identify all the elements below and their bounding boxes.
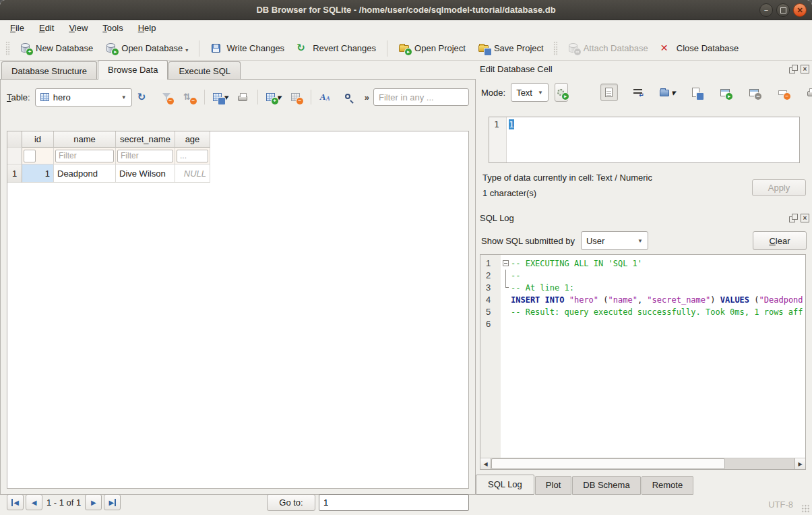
word-wrap-button[interactable] bbox=[629, 84, 647, 101]
tab-database-structure[interactable]: Database Structure bbox=[1, 61, 97, 80]
refresh-icon bbox=[137, 92, 150, 103]
set-null-button[interactable] bbox=[774, 84, 792, 101]
log-code: -- Result: query executed successfully. … bbox=[511, 306, 803, 318]
open-database-label: Open Database bbox=[121, 43, 183, 53]
apply-mode-button[interactable] bbox=[555, 83, 568, 102]
edit-display-format-button[interactable] bbox=[317, 88, 335, 106]
toolbar-grip[interactable] bbox=[5, 41, 10, 56]
column-header-id[interactable]: id bbox=[22, 131, 54, 148]
log-code: -- bbox=[511, 270, 520, 282]
dock-tab-remote[interactable]: Remote bbox=[642, 476, 694, 495]
table-select[interactable]: hero ▼ bbox=[35, 88, 132, 107]
dock-tab-plot[interactable]: Plot bbox=[535, 476, 571, 495]
find-in-table-button[interactable] bbox=[340, 88, 358, 106]
filter-input-secret_name[interactable] bbox=[117, 150, 173, 162]
log-code: -- EXECUTING ALL IN 'SQL 1' bbox=[511, 258, 642, 270]
edit-cell-dock-header: Edit Database Cell bbox=[480, 62, 809, 75]
write-changes-button[interactable]: Write Changes bbox=[204, 39, 290, 57]
menu-help[interactable]: Help bbox=[131, 20, 164, 36]
close-database-button[interactable]: Close Database bbox=[654, 39, 745, 57]
scrollbar-thumb[interactable] bbox=[491, 458, 725, 469]
tab-browse-data[interactable]: Browse Data bbox=[98, 60, 168, 80]
menu-tools[interactable]: Tools bbox=[95, 20, 130, 36]
dock-tab-sql-log[interactable]: SQL Log bbox=[476, 475, 534, 495]
log-line: 4INSERT INTO "hero" ("name", "secret_nam… bbox=[480, 294, 805, 306]
undock-icon[interactable] bbox=[789, 65, 798, 73]
close-icon[interactable]: ✕ bbox=[793, 3, 807, 17]
print-cell-icon bbox=[806, 87, 812, 98]
write-changes-label: Write Changes bbox=[226, 43, 284, 53]
cell-secret_name[interactable]: Dive Wilson bbox=[116, 164, 175, 183]
save-table-button[interactable]: ▾ bbox=[211, 88, 228, 106]
global-filter-input[interactable] bbox=[373, 88, 469, 106]
mode-select[interactable]: Text ▼ bbox=[511, 83, 549, 102]
toolbar-overflow-button[interactable]: » bbox=[361, 92, 373, 102]
open-project-button[interactable]: Open Project bbox=[392, 39, 472, 57]
apply-button[interactable]: Apply bbox=[752, 179, 806, 196]
open-url-button[interactable] bbox=[745, 84, 763, 101]
clear-sorting-icon bbox=[183, 92, 195, 103]
menu-file[interactable]: File bbox=[3, 20, 32, 36]
row-number[interactable]: 1 bbox=[7, 164, 22, 183]
print-table-button[interactable] bbox=[234, 88, 251, 106]
scroll-right-icon[interactable]: ▶ bbox=[794, 458, 805, 469]
attach-database-label: Attach Database bbox=[584, 43, 648, 53]
open-database-button[interactable]: Open Database▾ bbox=[99, 39, 194, 57]
grid-filter-row bbox=[7, 148, 468, 164]
resize-grip[interactable] bbox=[801, 504, 810, 513]
save-project-button[interactable]: Save Project bbox=[472, 39, 550, 57]
scrollbar-groove[interactable] bbox=[725, 458, 794, 469]
tab-execute-sql[interactable]: Execute SQL bbox=[168, 61, 241, 80]
browse-icon-buttons: ▾▾ bbox=[132, 88, 361, 106]
column-header-name[interactable]: name bbox=[54, 131, 116, 148]
right-panel: Edit Database Cell Mode: Text ▼ ▾ 1 1 Ty… bbox=[476, 61, 812, 495]
import-data-button[interactable]: ▾ bbox=[658, 84, 676, 101]
column-header-age[interactable]: age bbox=[175, 131, 210, 148]
fold-collapse-icon[interactable] bbox=[503, 260, 509, 266]
export-data-button[interactable] bbox=[687, 84, 705, 101]
undock-icon[interactable] bbox=[789, 214, 798, 222]
dock-tab-db-schema[interactable]: DB Schema bbox=[572, 476, 640, 495]
minimize-icon[interactable]: − bbox=[759, 3, 773, 17]
dock-close-icon[interactable] bbox=[801, 214, 809, 222]
filter-input-name[interactable] bbox=[55, 150, 114, 162]
filter-input-age[interactable] bbox=[177, 150, 208, 162]
main-toolbar: New DatabaseOpen Database▾Write ChangesR… bbox=[0, 36, 812, 61]
menu-view[interactable]: View bbox=[61, 20, 95, 36]
new-database-button[interactable]: New Database bbox=[13, 39, 99, 57]
open-in-external-button[interactable] bbox=[716, 84, 734, 101]
fold-marker[interactable] bbox=[501, 258, 511, 270]
clear-log-button[interactable]: Clear bbox=[753, 231, 807, 250]
clear-sorting-button[interactable] bbox=[181, 88, 198, 106]
print-cell-button[interactable] bbox=[803, 84, 812, 101]
print-table-icon bbox=[237, 92, 249, 103]
clear-filters-button[interactable] bbox=[158, 88, 175, 106]
chevron-down-icon: ▾ bbox=[185, 47, 188, 54]
log-line: 1-- EXECUTING ALL IN 'SQL 1' bbox=[480, 258, 805, 270]
cell-age[interactable]: NULL bbox=[175, 164, 210, 183]
log-line-number: 1 bbox=[480, 258, 501, 270]
cell-edit-toolbar: ▾ bbox=[598, 84, 812, 101]
menu-edit[interactable]: Edit bbox=[32, 20, 61, 36]
cell-name[interactable]: Deadpond bbox=[54, 164, 116, 183]
toolbar-grip[interactable] bbox=[553, 41, 558, 56]
log-line-number: 2 bbox=[480, 270, 501, 282]
filter-input-id[interactable] bbox=[24, 150, 36, 162]
insert-record-button[interactable]: ▾ bbox=[264, 88, 282, 106]
scroll-left-icon[interactable]: ◀ bbox=[480, 458, 491, 469]
log-line-number: 5 bbox=[480, 306, 501, 318]
submitted-by-select[interactable]: User ▼ bbox=[581, 231, 648, 250]
close-database-label: Close Database bbox=[677, 43, 739, 53]
clear-filters-icon bbox=[160, 92, 173, 103]
revert-changes-button[interactable]: Revert Changes bbox=[290, 39, 382, 57]
cell-id[interactable]: 1 bbox=[22, 164, 54, 183]
maximize-icon[interactable] bbox=[776, 3, 790, 17]
filter-cell-secret_name bbox=[116, 148, 175, 164]
refresh-button[interactable] bbox=[135, 88, 152, 106]
import-data-icon bbox=[659, 87, 671, 98]
text-document-button[interactable] bbox=[600, 84, 618, 101]
column-header-secret_name[interactable]: secret_name bbox=[116, 131, 175, 148]
filter-cell-id bbox=[22, 148, 54, 164]
cell-editor[interactable]: 1 1 bbox=[489, 117, 800, 163]
dock-close-icon[interactable] bbox=[801, 65, 809, 73]
